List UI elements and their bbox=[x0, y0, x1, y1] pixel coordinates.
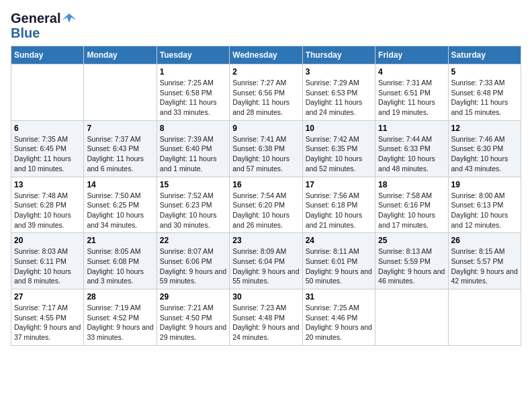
calendar-cell: 8Sunrise: 7:39 AMSunset: 6:40 PMDaylight… bbox=[157, 120, 229, 177]
day-number: 6 bbox=[14, 124, 81, 133]
day-number: 19 bbox=[451, 180, 518, 189]
logo-blue: Blue bbox=[11, 26, 40, 40]
day-info: Sunrise: 7:42 AMSunset: 6:35 PMDaylight:… bbox=[306, 134, 372, 174]
calendar-cell: 4Sunrise: 7:31 AMSunset: 6:51 PMDaylight… bbox=[375, 64, 448, 121]
calendar-cell: 15Sunrise: 7:52 AMSunset: 6:23 PMDayligh… bbox=[157, 177, 229, 233]
calendar-cell: 11Sunrise: 7:44 AMSunset: 6:33 PMDayligh… bbox=[375, 120, 448, 177]
day-number: 29 bbox=[160, 292, 226, 302]
day-number: 12 bbox=[451, 124, 518, 133]
calendar-week-row: 6Sunrise: 7:35 AMSunset: 6:45 PMDaylight… bbox=[11, 120, 521, 177]
calendar-table: SundayMondayTuesdayWednesdayThursdayFrid… bbox=[11, 46, 521, 346]
day-info: Sunrise: 8:07 AMSunset: 6:06 PMDaylight:… bbox=[160, 246, 226, 286]
day-info: Sunrise: 7:41 AMSunset: 6:38 PMDaylight:… bbox=[232, 134, 299, 174]
day-info: Sunrise: 7:58 AMSunset: 6:16 PMDaylight:… bbox=[378, 191, 445, 230]
day-number: 9 bbox=[232, 124, 299, 133]
calendar-cell: 10Sunrise: 7:42 AMSunset: 6:35 PMDayligh… bbox=[302, 120, 375, 177]
day-info: Sunrise: 7:33 AMSunset: 6:48 PMDaylight:… bbox=[451, 78, 518, 118]
day-number: 22 bbox=[160, 236, 226, 245]
day-number: 26 bbox=[451, 236, 518, 245]
day-info: Sunrise: 7:46 AMSunset: 6:30 PMDaylight:… bbox=[451, 134, 518, 174]
day-number: 14 bbox=[87, 180, 153, 189]
logo-bird-icon bbox=[62, 11, 77, 26]
calendar-cell: 17Sunrise: 7:56 AMSunset: 6:18 PMDayligh… bbox=[302, 177, 375, 233]
day-number: 1 bbox=[160, 67, 226, 77]
calendar-cell: 7Sunrise: 7:37 AMSunset: 6:43 PMDaylight… bbox=[84, 120, 157, 177]
day-info: Sunrise: 7:37 AMSunset: 6:43 PMDaylight:… bbox=[87, 134, 153, 174]
calendar-cell: 26Sunrise: 8:15 AMSunset: 5:57 PMDayligh… bbox=[448, 233, 521, 289]
header-sunday: Sunday bbox=[11, 46, 84, 64]
day-number: 25 bbox=[378, 236, 445, 245]
calendar-cell bbox=[375, 289, 448, 346]
day-number: 4 bbox=[378, 67, 445, 77]
day-number: 10 bbox=[306, 124, 372, 133]
calendar-cell: 27Sunrise: 7:17 AMSunset: 4:55 PMDayligh… bbox=[11, 289, 84, 346]
day-info: Sunrise: 7:29 AMSunset: 6:53 PMDaylight:… bbox=[306, 78, 372, 118]
day-number: 18 bbox=[378, 180, 445, 189]
calendar-cell: 28Sunrise: 7:19 AMSunset: 4:52 PMDayligh… bbox=[84, 289, 157, 346]
header-friday: Friday bbox=[375, 46, 448, 64]
day-info: Sunrise: 7:39 AMSunset: 6:40 PMDaylight:… bbox=[160, 134, 226, 174]
calendar-cell: 22Sunrise: 8:07 AMSunset: 6:06 PMDayligh… bbox=[157, 233, 229, 289]
calendar-week-row: 1Sunrise: 7:25 AMSunset: 6:58 PMDaylight… bbox=[11, 64, 521, 121]
day-number: 28 bbox=[87, 292, 153, 302]
day-info: Sunrise: 7:25 AMSunset: 4:46 PMDaylight:… bbox=[306, 303, 372, 342]
day-info: Sunrise: 7:35 AMSunset: 6:45 PMDaylight:… bbox=[14, 134, 81, 174]
calendar-week-row: 20Sunrise: 8:03 AMSunset: 6:11 PMDayligh… bbox=[11, 233, 521, 289]
day-number: 11 bbox=[378, 124, 445, 133]
header-monday: Monday bbox=[84, 46, 157, 64]
day-info: Sunrise: 8:11 AMSunset: 6:01 PMDaylight:… bbox=[306, 246, 372, 286]
calendar-cell: 2Sunrise: 7:27 AMSunset: 6:56 PMDaylight… bbox=[230, 64, 302, 121]
calendar-header-row: SundayMondayTuesdayWednesdayThursdayFrid… bbox=[11, 46, 521, 64]
day-number: 21 bbox=[87, 236, 153, 245]
calendar-cell: 29Sunrise: 7:21 AMSunset: 4:50 PMDayligh… bbox=[157, 289, 229, 346]
calendar-cell: 16Sunrise: 7:54 AMSunset: 6:20 PMDayligh… bbox=[230, 177, 302, 233]
day-number: 17 bbox=[306, 180, 372, 189]
day-info: Sunrise: 8:13 AMSunset: 5:59 PMDaylight:… bbox=[378, 246, 445, 286]
day-number: 16 bbox=[232, 180, 299, 189]
day-info: Sunrise: 8:09 AMSunset: 6:04 PMDaylight:… bbox=[232, 246, 299, 286]
day-number: 15 bbox=[160, 180, 226, 189]
calendar-cell: 12Sunrise: 7:46 AMSunset: 6:30 PMDayligh… bbox=[448, 120, 521, 177]
calendar-cell: 1Sunrise: 7:25 AMSunset: 6:58 PMDaylight… bbox=[157, 64, 229, 121]
calendar-cell bbox=[84, 64, 157, 121]
calendar-cell: 18Sunrise: 7:58 AMSunset: 6:16 PMDayligh… bbox=[375, 177, 448, 233]
calendar-cell: 14Sunrise: 7:50 AMSunset: 6:25 PMDayligh… bbox=[84, 177, 157, 233]
logo: General Blue bbox=[11, 11, 77, 40]
day-info: Sunrise: 7:54 AMSunset: 6:20 PMDaylight:… bbox=[232, 191, 299, 230]
day-number: 27 bbox=[14, 292, 81, 302]
calendar-week-row: 13Sunrise: 7:48 AMSunset: 6:28 PMDayligh… bbox=[11, 177, 521, 233]
calendar-cell: 31Sunrise: 7:25 AMSunset: 4:46 PMDayligh… bbox=[302, 289, 375, 346]
day-info: Sunrise: 7:21 AMSunset: 4:50 PMDaylight:… bbox=[160, 303, 226, 342]
calendar-cell bbox=[11, 64, 84, 121]
day-info: Sunrise: 8:15 AMSunset: 5:57 PMDaylight:… bbox=[451, 246, 518, 286]
day-info: Sunrise: 8:05 AMSunset: 6:08 PMDaylight:… bbox=[87, 246, 153, 286]
day-info: Sunrise: 7:50 AMSunset: 6:25 PMDaylight:… bbox=[87, 191, 153, 230]
day-number: 8 bbox=[160, 124, 226, 133]
day-info: Sunrise: 7:17 AMSunset: 4:55 PMDaylight:… bbox=[14, 303, 81, 342]
day-number: 20 bbox=[14, 236, 81, 245]
calendar-week-row: 27Sunrise: 7:17 AMSunset: 4:55 PMDayligh… bbox=[11, 289, 521, 346]
page-header: General Blue bbox=[11, 11, 521, 40]
calendar-cell: 5Sunrise: 7:33 AMSunset: 6:48 PMDaylight… bbox=[448, 64, 521, 121]
day-number: 5 bbox=[451, 67, 518, 77]
day-info: Sunrise: 7:23 AMSunset: 4:48 PMDaylight:… bbox=[232, 303, 299, 342]
logo-general: General bbox=[11, 11, 60, 26]
day-number: 23 bbox=[232, 236, 299, 245]
day-number: 3 bbox=[306, 67, 372, 77]
header-saturday: Saturday bbox=[448, 46, 521, 64]
calendar-cell: 20Sunrise: 8:03 AMSunset: 6:11 PMDayligh… bbox=[11, 233, 84, 289]
calendar-cell: 23Sunrise: 8:09 AMSunset: 6:04 PMDayligh… bbox=[230, 233, 302, 289]
calendar-cell: 21Sunrise: 8:05 AMSunset: 6:08 PMDayligh… bbox=[84, 233, 157, 289]
day-number: 31 bbox=[306, 292, 372, 302]
calendar-cell: 24Sunrise: 8:11 AMSunset: 6:01 PMDayligh… bbox=[302, 233, 375, 289]
day-number: 30 bbox=[232, 292, 299, 302]
calendar-cell: 13Sunrise: 7:48 AMSunset: 6:28 PMDayligh… bbox=[11, 177, 84, 233]
day-number: 13 bbox=[14, 180, 81, 189]
day-info: Sunrise: 7:19 AMSunset: 4:52 PMDaylight:… bbox=[87, 303, 153, 342]
calendar-cell: 6Sunrise: 7:35 AMSunset: 6:45 PMDaylight… bbox=[11, 120, 84, 177]
day-number: 24 bbox=[306, 236, 372, 245]
day-info: Sunrise: 7:52 AMSunset: 6:23 PMDaylight:… bbox=[160, 191, 226, 230]
day-info: Sunrise: 7:56 AMSunset: 6:18 PMDaylight:… bbox=[306, 191, 372, 230]
day-info: Sunrise: 7:31 AMSunset: 6:51 PMDaylight:… bbox=[378, 78, 445, 118]
day-number: 2 bbox=[232, 67, 299, 77]
